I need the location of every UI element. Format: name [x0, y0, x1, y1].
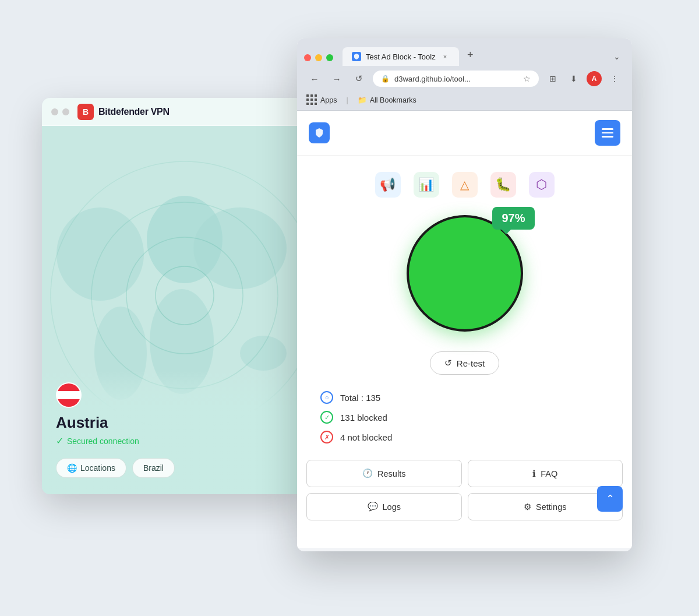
- test-icons-row: 📢 📊 △ 🐛 ⬡: [297, 156, 632, 209]
- browser-content: 📢 📊 △ 🐛 ⬡ 97% ↺ Re-test ○ Total : 135: [297, 111, 632, 548]
- grid-dot: [310, 94, 313, 97]
- blocked-icon: ✓: [320, 411, 333, 424]
- forward-button[interactable]: →: [329, 71, 345, 87]
- active-tab[interactable]: Test Ad Block - Toolz ×: [343, 47, 459, 66]
- apps-item[interactable]: Apps: [306, 94, 337, 105]
- layers-icon[interactable]: ⬡: [529, 172, 555, 198]
- tab-menu-button[interactable]: ⌄: [609, 47, 625, 66]
- country-name: Austria: [56, 414, 290, 432]
- blocked-label: 131 blocked: [340, 413, 387, 423]
- total-icon: ○: [320, 391, 333, 404]
- hamburger-line: [602, 128, 613, 130]
- secured-status: ✓ Secured connection: [56, 435, 290, 446]
- flag-stripe-top: [57, 383, 80, 391]
- url-text: d3ward.github.io/tool...: [394, 75, 518, 83]
- hamburger-line: [602, 136, 613, 138]
- globe-icon: 🌐: [67, 463, 77, 473]
- tab-close-button[interactable]: ×: [440, 52, 450, 61]
- action-buttons-row1: 🕐 Results ℹ FAQ: [297, 460, 632, 487]
- apps-label: Apps: [320, 96, 337, 104]
- grid-dot: [315, 103, 317, 105]
- stats-area: ○ Total : 135 ✓ 131 blocked ✗ 4 not bloc…: [297, 391, 632, 443]
- grid-dot: [310, 103, 313, 105]
- score-badge: 97%: [492, 207, 534, 230]
- results-icon: 🕐: [362, 469, 373, 478]
- secured-shield-icon: ✓: [56, 435, 63, 446]
- all-bookmarks-label: All Bookmarks: [370, 96, 416, 104]
- grid-dot: [310, 98, 313, 101]
- browser-chrome: Test Ad Block - Toolz × + ⌄ ← → ↺ 🔒 d3wa…: [297, 38, 632, 111]
- vpn-bottom-info: Austria ✓ Secured connection 🌐 Locations…: [42, 371, 304, 494]
- shield-logo-icon: [309, 122, 330, 143]
- faq-button[interactable]: ℹ FAQ: [468, 460, 623, 487]
- retest-icon: ↺: [444, 358, 452, 368]
- svg-point-6: [156, 266, 214, 325]
- browser-close-btn[interactable]: [304, 54, 311, 61]
- locations-button[interactable]: 🌐 Locations: [56, 458, 126, 478]
- change-country-label: Brazil: [143, 463, 164, 473]
- browser-maximize-btn[interactable]: [326, 54, 333, 61]
- country-flag: [56, 382, 82, 408]
- folder-icon: 📁: [358, 96, 367, 104]
- bookmarks-bar: Apps | 📁 All Bookmarks: [297, 91, 632, 111]
- user-avatar[interactable]: A: [587, 71, 602, 86]
- faq-icon: ℹ: [532, 469, 536, 478]
- address-bar: ← → ↺ 🔒 d3ward.github.io/tool... ☆ ⊞ ⬇ A…: [297, 66, 632, 91]
- logs-button[interactable]: 💬 Logs: [306, 493, 462, 520]
- vpn-minimize-btn[interactable]: [62, 108, 69, 115]
- extensions-button[interactable]: ⊞: [545, 71, 561, 87]
- grid-dot: [315, 98, 317, 101]
- flag-stripe-bottom: [57, 399, 80, 407]
- tab-favicon: [352, 52, 361, 61]
- austria-flag: [57, 383, 80, 407]
- settings-label: Settings: [536, 502, 566, 512]
- not-blocked-icon: ✗: [320, 431, 333, 443]
- apps-grid-icon: [306, 94, 317, 105]
- faq-label: FAQ: [541, 469, 557, 478]
- vpn-close-btn[interactable]: [51, 108, 58, 115]
- flag-stripe-middle: [57, 391, 80, 399]
- hamburger-button[interactable]: [595, 120, 620, 146]
- total-stat-row: ○ Total : 135: [320, 391, 609, 404]
- menu-dots-button[interactable]: ⋮: [606, 71, 623, 87]
- vpn-titlebar: B Bitdefender VPN: [42, 98, 304, 126]
- tab-title: Test Ad Block - Toolz: [366, 52, 436, 61]
- browser-traffic-lights: [304, 54, 333, 66]
- bug-icon[interactable]: 🐛: [490, 172, 516, 198]
- reload-button[interactable]: ↺: [351, 71, 367, 87]
- all-bookmarks-item[interactable]: 📁 All Bookmarks: [358, 96, 416, 104]
- svg-point-8: [91, 202, 278, 389]
- results-button[interactable]: 🕐 Results: [306, 460, 462, 487]
- bitdefender-icon: B: [77, 104, 94, 120]
- nav-extras: ⊞ ⬇ A ⋮: [545, 71, 623, 87]
- hamburger-line: [602, 132, 613, 134]
- download-button[interactable]: ⬇: [566, 71, 582, 87]
- score-circle-container: 97%: [401, 209, 529, 337]
- vpn-action-buttons: 🌐 Locations Brazil: [56, 458, 290, 478]
- vpn-logo: B Bitdefender VPN: [77, 104, 170, 120]
- chevron-up-icon: ⌃: [606, 492, 615, 505]
- not-blocked-stat-row: ✗ 4 not blocked: [320, 431, 609, 443]
- megaphone-icon[interactable]: 📢: [375, 172, 401, 198]
- not-blocked-label: 4 not blocked: [340, 432, 392, 442]
- triangle-icon[interactable]: △: [452, 172, 478, 198]
- browser-minimize-btn[interactable]: [315, 54, 322, 61]
- back-button[interactable]: ←: [306, 71, 323, 87]
- retest-button[interactable]: ↺ Re-test: [430, 351, 499, 375]
- chart-icon[interactable]: 📊: [414, 172, 439, 198]
- new-tab-button[interactable]: +: [460, 44, 481, 66]
- change-country-button[interactable]: Brazil: [132, 458, 175, 478]
- grid-dot: [315, 94, 317, 97]
- secure-lock-icon: 🔒: [381, 75, 390, 83]
- retest-label: Re-test: [457, 358, 485, 368]
- url-box[interactable]: 🔒 d3ward.github.io/tool... ☆: [373, 71, 539, 87]
- action-buttons-row2: 💬 Logs ⚙ Settings: [297, 493, 632, 520]
- content-header: [297, 111, 632, 156]
- bookmarks-separator: |: [347, 96, 348, 104]
- svg-point-7: [126, 237, 243, 354]
- blocked-stat-row: ✓ 131 blocked: [320, 411, 609, 424]
- vpn-traffic-lights: [51, 108, 69, 115]
- settings-icon: ⚙: [524, 502, 531, 512]
- bookmark-star-icon[interactable]: ☆: [523, 74, 531, 83]
- scroll-top-button[interactable]: ⌃: [597, 486, 623, 512]
